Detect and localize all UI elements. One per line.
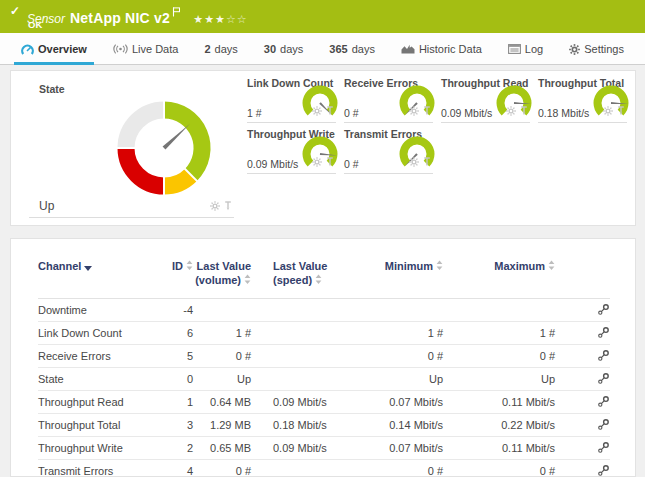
- cell-last_volume: [193, 299, 251, 322]
- channel-settings-icon[interactable]: [597, 326, 610, 341]
- sensor-title: NetApp NIC v2: [70, 10, 170, 26]
- channel-gauge-value: 0 #: [344, 158, 359, 170]
- cell-actions: [555, 437, 610, 460]
- channel-settings-icon[interactable]: [597, 303, 610, 318]
- cell-minimum: 0.07 Mbit/s: [343, 437, 443, 460]
- state-gauge-tile[interactable]: State Up: [29, 79, 234, 218]
- sort-icon: [186, 260, 193, 274]
- channel-settings-icon[interactable]: [597, 395, 610, 410]
- cell-last_volume: 0.65 MB: [193, 437, 251, 460]
- channel-gauge-tile[interactable]: Throughput Read0.09 Mbit/s: [441, 77, 530, 123]
- tab-settings[interactable]: Settings: [562, 43, 631, 64]
- column-header-channel[interactable]: Channel: [38, 251, 171, 299]
- gauge-gear-icon[interactable]: [210, 197, 220, 215]
- cell-channel: Transmit Errors: [38, 460, 171, 477]
- tab-historic-data[interactable]: Historic Data: [394, 43, 489, 64]
- table-row: State0UpUpUp: [38, 368, 610, 391]
- state-tile-icons: [210, 197, 232, 215]
- gauge-pin-icon[interactable]: [326, 102, 334, 120]
- cell-maximum: 0.22 Mbit/s: [443, 414, 555, 437]
- cell-actions: [555, 368, 610, 391]
- sort-icon: [244, 274, 251, 288]
- cell-actions: [555, 460, 610, 477]
- channel-gauge-icons: [409, 153, 431, 171]
- channel-gauge-tile[interactable]: Transmit Errors0 #: [344, 128, 433, 174]
- cell-last_speed: 0.09 Mbit/s: [251, 437, 343, 460]
- channel-gauge-tile[interactable]: Link Down Count1 #: [247, 77, 336, 123]
- cell-maximum: 0.11 Mbit/s: [443, 437, 555, 460]
- cell-last_volume: 1.29 MB: [193, 414, 251, 437]
- cell-last_volume: Up: [193, 368, 251, 391]
- channel-gauge-tile[interactable]: Throughput Write0.09 Mbit/s: [247, 128, 336, 174]
- column-header-last-value-volume-[interactable]: Last Value(volume): [193, 251, 251, 299]
- channel-settings-icon[interactable]: [597, 464, 610, 477]
- sort-icon: [315, 274, 322, 288]
- tab-live-data[interactable]: Live Data: [106, 43, 185, 64]
- cell-channel: Link Down Count: [38, 322, 171, 345]
- cell-maximum: Up: [443, 368, 555, 391]
- column-header-maximum[interactable]: Maximum: [443, 251, 555, 299]
- cell-minimum: 0.14 Mbit/s: [343, 414, 443, 437]
- tab-log[interactable]: Log: [501, 43, 550, 64]
- channel-settings-icon[interactable]: [597, 418, 610, 433]
- channel-gauge-tile[interactable]: Receive Errors0 #: [344, 77, 433, 123]
- cell-last_speed: [251, 345, 343, 368]
- gauge-pin-icon[interactable]: [520, 102, 528, 120]
- channel-gauge-icons: [603, 102, 625, 120]
- channel-table: ChannelIDLast Value(volume)Last Value(sp…: [38, 251, 610, 477]
- cell-maximum: [443, 299, 555, 322]
- cell-minimum: 0.07 Mbit/s: [343, 391, 443, 414]
- sort-caret-icon: [84, 260, 92, 274]
- live-data-icon: [113, 44, 128, 54]
- table-row: Downtime-4: [38, 299, 610, 322]
- flag-icon[interactable]: [172, 3, 181, 20]
- cell-maximum: 0 #: [443, 345, 555, 368]
- gauge-icon: [21, 44, 34, 55]
- gauge-pin-icon[interactable]: [423, 153, 431, 171]
- tab-overview[interactable]: Overview: [14, 43, 94, 64]
- channel-settings-icon[interactable]: [597, 372, 610, 387]
- column-header-minimum[interactable]: Minimum: [343, 251, 443, 299]
- gauge-gear-icon[interactable]: [312, 102, 322, 120]
- cell-channel: Throughput Write: [38, 437, 171, 460]
- gauge-gear-icon[interactable]: [603, 102, 613, 120]
- cell-actions: [555, 391, 610, 414]
- log-icon: [508, 44, 521, 54]
- tab-2-days[interactable]: 2days: [197, 43, 244, 64]
- cell-last_speed: [251, 322, 343, 345]
- priority-stars[interactable]: ★★★☆☆: [193, 13, 247, 25]
- table-row: Throughput Total31.29 MB0.18 Mbit/s0.14 …: [38, 414, 610, 437]
- cell-id: 5: [171, 345, 193, 368]
- cell-actions: [555, 345, 610, 368]
- table-row: Link Down Count61 #1 #1 #: [38, 322, 610, 345]
- cell-id: -4: [171, 299, 193, 322]
- channel-settings-icon[interactable]: [597, 441, 610, 456]
- channel-settings-icon[interactable]: [597, 349, 610, 364]
- gauge-gear-icon[interactable]: [312, 153, 322, 171]
- tab-365-days[interactable]: 365days: [322, 43, 382, 64]
- gauge-gear-icon[interactable]: [409, 153, 419, 171]
- channel-gauge-value: 0.09 Mbit/s: [247, 158, 298, 170]
- cell-minimum: 0 #: [343, 460, 443, 477]
- channel-gauge-value: 0.18 Mbit/s: [538, 107, 589, 119]
- channel-gauge-value: 0 #: [344, 107, 359, 119]
- gauge-gear-icon[interactable]: [409, 102, 419, 120]
- channel-gauge-icons: [506, 102, 528, 120]
- channel-gauge-tile[interactable]: Throughput Total0.18 Mbit/s: [538, 77, 627, 123]
- sort-icon: [436, 260, 443, 274]
- gauge-pin-icon[interactable]: [617, 102, 625, 120]
- gauge-gear-icon[interactable]: [506, 102, 516, 120]
- column-header-id[interactable]: ID: [171, 251, 193, 299]
- gauge-pin-icon[interactable]: [423, 102, 431, 120]
- column-header-last-value-speed-[interactable]: Last Value(speed): [251, 251, 343, 299]
- gauge-pin-icon[interactable]: [224, 197, 232, 215]
- cell-last_speed: 0.18 Mbit/s: [251, 414, 343, 437]
- channel-table-panel: ChannelIDLast Value(volume)Last Value(sp…: [10, 238, 636, 477]
- gauge-pin-icon[interactable]: [326, 153, 334, 171]
- cell-channel: Receive Errors: [38, 345, 171, 368]
- cell-id: 4: [171, 460, 193, 477]
- state-gauge: [109, 93, 219, 207]
- table-header-row: ChannelIDLast Value(volume)Last Value(sp…: [38, 251, 610, 299]
- tab-30-days[interactable]: 30days: [257, 43, 311, 64]
- cell-maximum: 1 #: [443, 322, 555, 345]
